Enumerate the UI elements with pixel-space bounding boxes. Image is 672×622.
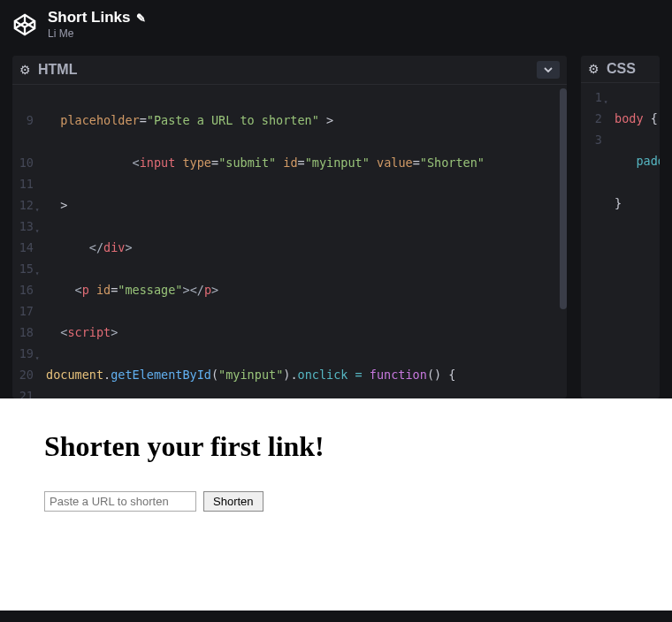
scrollbar[interactable] bbox=[560, 88, 567, 309]
pen-title-text: Short Links bbox=[48, 9, 131, 27]
editor-panes: ⚙ HTML 9 10 11 12 13 14 15 16 17 18 19 2 bbox=[0, 49, 672, 398]
html-pane-title: HTML bbox=[38, 62, 537, 78]
html-pane-header: ⚙ HTML bbox=[12, 56, 567, 85]
html-code-editor[interactable]: 9 10 11 12 13 14 15 16 17 18 19 20 21 pl… bbox=[12, 85, 567, 398]
preview-form bbox=[44, 491, 628, 512]
app-header: Short Links ✎ Li Me bbox=[0, 0, 672, 49]
css-pane: ⚙ CSS 1 2 3 body { padd } bbox=[581, 56, 660, 398]
gear-icon[interactable]: ⚙ bbox=[588, 62, 599, 76]
css-pane-header: ⚙ CSS bbox=[581, 56, 660, 83]
css-code-editor[interactable]: 1 2 3 body { padd } bbox=[581, 83, 660, 398]
codepen-logo-icon bbox=[12, 12, 37, 37]
shorten-button[interactable] bbox=[203, 491, 263, 512]
pen-title[interactable]: Short Links ✎ bbox=[48, 9, 146, 27]
url-input[interactable] bbox=[44, 491, 196, 512]
preview-heading: Shorten your first link! bbox=[44, 430, 628, 463]
chevron-down-icon[interactable] bbox=[537, 61, 560, 79]
gear-icon[interactable]: ⚙ bbox=[19, 63, 31, 77]
pencil-icon[interactable]: ✎ bbox=[136, 11, 146, 25]
html-pane: ⚙ HTML 9 10 11 12 13 14 15 16 17 18 19 2 bbox=[12, 56, 567, 398]
html-code: placeholder="Paste a URL to shorten" > <… bbox=[39, 85, 492, 398]
css-pane-title: CSS bbox=[607, 61, 653, 77]
preview-pane: Shorten your first link! bbox=[0, 398, 672, 611]
title-area: Short Links ✎ Li Me bbox=[48, 9, 146, 40]
author-name[interactable]: Li Me bbox=[48, 27, 146, 40]
html-gutter: 9 10 11 12 13 14 15 16 17 18 19 20 21 bbox=[12, 85, 39, 398]
css-gutter: 1 2 3 bbox=[581, 83, 607, 398]
css-code: body { padd } bbox=[607, 83, 660, 398]
